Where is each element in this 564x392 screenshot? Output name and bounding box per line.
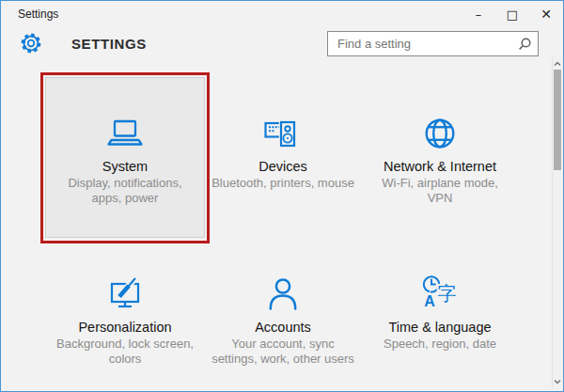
window-controls: – □ ✕ (462, 1, 563, 27)
window-title: Settings (18, 8, 58, 21)
tile-subtitle: Wi-Fi, airplane mode, VPN (368, 176, 511, 206)
tile-title: Time & language (360, 319, 520, 336)
search-box (327, 31, 539, 56)
search-input[interactable] (328, 32, 538, 55)
tile-subtitle: Background, lock screen, colors (54, 337, 196, 367)
tile-system[interactable]: System Display, notifications, apps, pow… (45, 77, 205, 238)
minimize-button[interactable]: – (462, 1, 495, 27)
tile-title: Personalization (45, 319, 205, 336)
keyboard-speaker-icon (262, 113, 304, 154)
settings-window: Settings – □ ✕ SETTINGS (0, 0, 564, 392)
tile-subtitle: Display, notifications, apps, power (54, 176, 196, 206)
maximize-button[interactable]: □ (495, 1, 529, 27)
tile-title: Network & Internet (360, 158, 520, 175)
tile-personalization[interactable]: Personalization Background, lock screen,… (45, 238, 205, 392)
tile-title: System (46, 158, 204, 175)
svg-text:字: 字 (438, 282, 457, 305)
chevron-up-icon[interactable] (554, 59, 561, 69)
tile-subtitle: Speech, region, date (368, 337, 511, 352)
tile-accounts[interactable]: Accounts Your account, sync settings, wo… (203, 238, 363, 392)
titlebar: Settings – □ ✕ (1, 1, 563, 27)
tile-network-internet[interactable]: Network & Internet Wi-Fi, airplane mode,… (360, 77, 520, 238)
tile-title: Devices (203, 158, 363, 175)
tile-title: Accounts (203, 319, 363, 336)
tile-devices[interactable]: Devices Bluetooth, printers, mouse (203, 77, 363, 238)
tile-subtitle: Bluetooth, printers, mouse (212, 176, 354, 191)
chevron-down-icon[interactable] (554, 377, 561, 386)
tile-time-language[interactable]: A 字 Time & language Speech, region, date (360, 238, 520, 392)
scrollbar-thumb[interactable] (554, 70, 561, 170)
page-title: SETTINGS (71, 36, 147, 52)
monitor-brush-icon (104, 274, 146, 315)
scrollbar[interactable] (552, 56, 561, 389)
svg-text:A: A (424, 293, 435, 309)
clock-language-icon: A 字 (419, 274, 461, 315)
gear-icon (20, 32, 42, 55)
tile-subtitle: Your account, sync settings, work, other… (212, 337, 354, 367)
magnifier-icon (517, 37, 532, 52)
person-icon (262, 274, 304, 315)
close-button[interactable]: ✕ (529, 1, 563, 27)
laptop-icon (104, 113, 146, 154)
globe-icon (419, 113, 461, 154)
